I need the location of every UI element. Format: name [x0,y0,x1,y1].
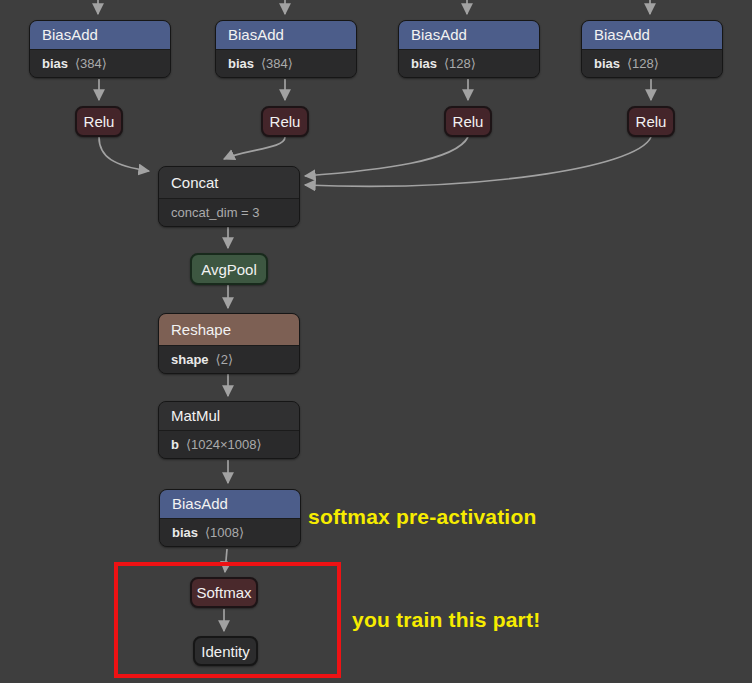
graph-canvas: BiasAdd bias⟨384⟩ BiasAdd bias⟨384⟩ Bias… [0,0,752,683]
attr-name: bias [411,56,437,71]
node-matmul-attrs: b⟨1024×1008⟩ [159,431,299,458]
node-relu-1[interactable]: Relu [75,106,123,137]
attr-value: ⟨384⟩ [75,56,107,71]
edge-relu3-concat [305,137,468,176]
node-biasadd-4-attrs: bias⟨128⟩ [582,50,722,77]
edge-relu4-concat [305,137,651,186]
attr-value: ⟨128⟩ [444,56,476,71]
attr-value: ⟨1024×1008⟩ [186,437,262,452]
attr-value: ⟨128⟩ [627,56,659,71]
node-biasadd-2-title: BiasAdd [216,21,356,50]
node-biasadd-4[interactable]: BiasAdd bias⟨128⟩ [581,20,723,78]
attr-value: ⟨1008⟩ [205,525,244,540]
node-concat-title: Concat [159,167,299,199]
annotation-softmax-preactivation: softmax pre-activation [308,505,536,529]
attr-value: concat_dim = 3 [171,205,260,220]
edge-relu1-concat [99,137,149,171]
node-biasadd-3[interactable]: BiasAdd bias⟨128⟩ [398,20,540,78]
node-biasadd-2[interactable]: BiasAdd bias⟨384⟩ [215,20,357,78]
attr-value: ⟨2⟩ [216,352,233,367]
node-reshape-title: Reshape [159,314,299,346]
node-biasadd-5[interactable]: BiasAdd bias⟨1008⟩ [159,489,301,547]
attr-name: bias [42,56,68,71]
node-reshape-attrs: shape⟨2⟩ [159,346,299,373]
node-concat-attrs: concat_dim = 3 [159,199,299,226]
node-matmul-title: MatMul [159,402,299,431]
node-avgpool[interactable]: AvgPool [190,253,268,285]
node-matmul[interactable]: MatMul b⟨1024×1008⟩ [158,401,300,459]
node-relu-4[interactable]: Relu [627,106,675,137]
graph-edges [0,0,752,683]
attr-name: bias [172,525,198,540]
node-biasadd-1-title: BiasAdd [30,21,170,50]
highlight-rectangle [114,562,341,678]
node-biasadd-4-title: BiasAdd [582,21,722,50]
node-biasadd-2-attrs: bias⟨384⟩ [216,50,356,77]
attr-name: b [171,437,179,452]
edge-relu2-concat [224,137,285,159]
attr-name: bias [228,56,254,71]
node-biasadd-3-attrs: bias⟨128⟩ [399,50,539,77]
node-relu-3[interactable]: Relu [444,106,492,137]
attr-name: bias [594,56,620,71]
node-reshape[interactable]: Reshape shape⟨2⟩ [158,313,300,374]
node-biasadd-5-attrs: bias⟨1008⟩ [160,519,300,546]
node-relu-2[interactable]: Relu [261,106,309,137]
annotation-you-train-this-part: you train this part! [352,608,540,632]
attr-value: ⟨384⟩ [261,56,293,71]
node-biasadd-3-title: BiasAdd [399,21,539,50]
node-concat[interactable]: Concat concat_dim = 3 [158,166,300,227]
node-biasadd-1-attrs: bias⟨384⟩ [30,50,170,77]
node-biasadd-5-title: BiasAdd [160,490,300,519]
node-biasadd-1[interactable]: BiasAdd bias⟨384⟩ [29,20,171,78]
attr-name: shape [171,352,209,367]
